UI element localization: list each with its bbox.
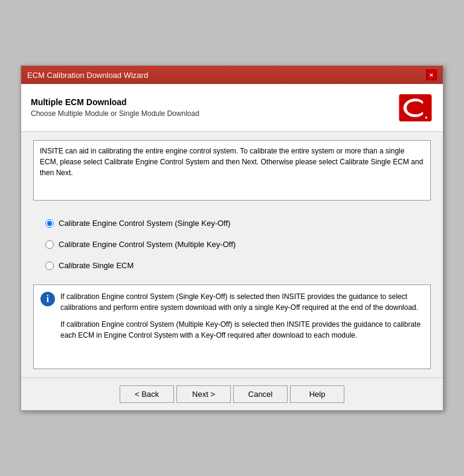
info-textbox[interactable]: INSITE can aid in calibrating the entire… bbox=[33, 140, 431, 201]
radio-input-1[interactable] bbox=[45, 219, 54, 228]
radio-input-2[interactable] bbox=[45, 240, 54, 249]
title-bar: ECM Calibration Download Wizard × bbox=[21, 66, 443, 84]
header-section: Multiple ECM Download Choose Multiple Mo… bbox=[21, 84, 443, 132]
radio-option-1[interactable]: Calibrate Engine Control System (Single … bbox=[33, 213, 431, 234]
info-icon: i bbox=[40, 291, 56, 307]
content-area: INSITE can aid in calibrating the entire… bbox=[21, 132, 443, 378]
next-button[interactable]: Next > bbox=[176, 385, 231, 403]
desc-para-1: If calibration Engine control System (Si… bbox=[60, 291, 424, 313]
cummins-logo-svg bbox=[399, 94, 432, 121]
close-button[interactable]: × bbox=[426, 69, 437, 80]
header-title: Multiple ECM Download bbox=[31, 97, 199, 107]
footer: < Back Next > Cancel Help bbox=[21, 378, 443, 410]
description-box[interactable]: i If calibration Engine control System (… bbox=[33, 285, 431, 369]
help-button[interactable]: Help bbox=[290, 385, 344, 403]
radio-option-2[interactable]: Calibrate Engine Control System (Multipl… bbox=[33, 234, 431, 255]
radio-label-1: Calibrate Engine Control System (Single … bbox=[59, 219, 230, 228]
header-subtitle: Choose Multiple Module or Single Module … bbox=[31, 109, 199, 118]
radio-label-3: Calibrate Single ECM bbox=[59, 261, 134, 270]
radio-label-2: Calibrate Engine Control System (Multipl… bbox=[59, 240, 236, 249]
radio-input-3[interactable] bbox=[45, 262, 54, 270]
main-window: ECM Calibration Download Wizard × Multip… bbox=[21, 65, 443, 411]
info-text: INSITE can aid in calibrating the entire… bbox=[40, 147, 423, 177]
svg-text:i: i bbox=[47, 294, 50, 304]
window-title: ECM Calibration Download Wizard bbox=[27, 71, 148, 80]
description-box-wrapper: i If calibration Engine control System (… bbox=[33, 285, 431, 369]
back-button[interactable]: < Back bbox=[120, 385, 174, 403]
desc-para-2: If calibration Engine control System (Mu… bbox=[60, 319, 424, 341]
svg-point-1 bbox=[425, 116, 427, 118]
cancel-button[interactable]: Cancel bbox=[233, 385, 288, 403]
radio-option-3[interactable]: Calibrate Single ECM bbox=[33, 255, 431, 276]
header-text: Multiple ECM Download Choose Multiple Mo… bbox=[31, 97, 199, 118]
radio-group: Calibrate Engine Control System (Single … bbox=[33, 210, 431, 278]
cummins-logo bbox=[397, 92, 433, 123]
